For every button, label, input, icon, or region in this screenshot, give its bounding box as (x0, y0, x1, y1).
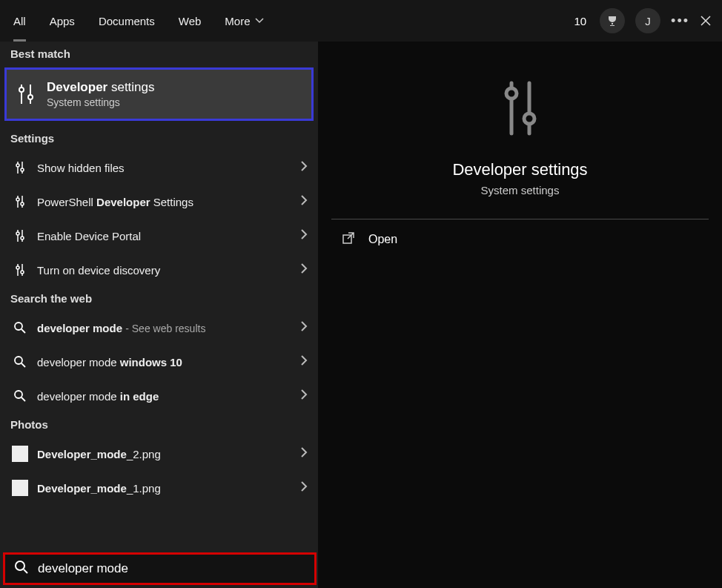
svg-line-27 (24, 569, 27, 573)
result-label: Show hidden files (37, 162, 300, 174)
results-panel: Best match Developer settings System set… (0, 42, 318, 588)
tab-more[interactable]: More (225, 0, 263, 42)
svg-point-24 (15, 391, 22, 398)
result-label: Turn on device discovery (37, 264, 300, 277)
svg-point-11 (21, 202, 24, 205)
svg-point-20 (15, 323, 22, 330)
svg-point-15 (21, 237, 24, 240)
result-label: developer mode windows 10 (37, 356, 300, 369)
best-match-title: Developer settings (47, 80, 155, 95)
chevron-right-icon (300, 161, 308, 174)
chevron-down-icon (255, 16, 264, 25)
section-header-settings: Settings (0, 127, 318, 151)
search-tabs: All Apps Documents Web More 10 J ••• (0, 0, 722, 42)
search-input[interactable] (38, 561, 305, 576)
chevron-right-icon (300, 389, 308, 403)
svg-line-25 (21, 397, 25, 401)
chevron-right-icon (300, 263, 308, 277)
avatar-letter: J (645, 15, 651, 27)
section-header-web: Search the web (0, 287, 318, 311)
search-icon (10, 355, 30, 369)
svg-point-17 (16, 266, 19, 269)
preview-title: Developer settings (331, 160, 709, 179)
settings-result[interactable]: Turn on device discovery (0, 253, 318, 287)
tab-web[interactable]: Web (179, 0, 202, 42)
search-icon (14, 560, 29, 578)
svg-point-31 (524, 113, 534, 124)
sliders-icon (10, 262, 30, 277)
svg-line-23 (21, 363, 25, 367)
preview-panel: Developer settings System settings Open (318, 42, 722, 588)
svg-point-19 (21, 271, 24, 274)
result-label: developer mode - See web results (37, 322, 300, 334)
settings-result[interactable]: Show hidden files (0, 151, 318, 185)
open-action[interactable]: Open (331, 219, 709, 260)
sliders-icon (10, 228, 30, 243)
chevron-right-icon (300, 321, 308, 334)
svg-point-13 (16, 232, 19, 235)
best-match-result[interactable]: Developer settings System settings (4, 67, 314, 121)
web-result[interactable]: developer mode windows 10 (0, 345, 318, 379)
svg-point-7 (21, 168, 24, 171)
open-icon (342, 231, 355, 248)
result-label: Developer_mode_2.png (37, 448, 300, 460)
photo-result[interactable]: Developer_mode_1.png (0, 471, 318, 505)
section-header-photos: Photos (0, 413, 318, 437)
web-result[interactable]: developer mode - See web results (0, 311, 318, 345)
svg-point-22 (15, 357, 22, 364)
sliders-icon (10, 160, 30, 175)
result-label: developer mode in edge (37, 390, 300, 403)
close-icon (700, 15, 712, 27)
account-button[interactable]: J (635, 8, 660, 33)
search-icon (10, 389, 30, 403)
svg-line-21 (21, 329, 25, 333)
svg-point-9 (16, 198, 19, 201)
chevron-right-icon (300, 355, 308, 369)
sliders-icon (498, 77, 543, 142)
result-label: PowerShell Developer Settings (37, 196, 300, 208)
tab-documents[interactable]: Documents (99, 0, 155, 42)
tab-apps[interactable]: Apps (50, 0, 75, 42)
search-box[interactable] (3, 552, 317, 585)
rewards-points: 10 (574, 15, 586, 27)
section-header-best-match: Best match (0, 42, 318, 66)
more-options-button[interactable]: ••• (671, 13, 689, 29)
result-label: Enable Device Portal (37, 230, 300, 242)
image-thumbnail-icon (10, 446, 30, 462)
tab-more-label: More (225, 15, 250, 27)
sliders-icon (16, 82, 36, 107)
svg-point-1 (19, 87, 24, 92)
svg-point-29 (506, 88, 517, 99)
svg-point-26 (16, 561, 24, 570)
trophy-icon (606, 15, 618, 27)
settings-result[interactable]: PowerShell Developer Settings (0, 185, 318, 219)
close-button[interactable] (700, 15, 712, 27)
svg-point-5 (16, 164, 19, 167)
web-result[interactable]: developer mode in edge (0, 379, 318, 413)
photo-result[interactable]: Developer_mode_2.png (0, 437, 318, 471)
preview-subtitle: System settings (331, 184, 709, 196)
chevron-right-icon (300, 481, 308, 495)
chevron-right-icon (300, 195, 308, 208)
best-match-subtitle: System settings (47, 96, 155, 108)
rewards-button[interactable] (600, 8, 625, 33)
open-label: Open (368, 233, 397, 246)
sliders-icon (10, 194, 30, 209)
svg-point-3 (28, 95, 33, 99)
settings-result[interactable]: Enable Device Portal (0, 219, 318, 253)
search-icon (10, 321, 30, 334)
tab-all[interactable]: All (13, 0, 26, 42)
chevron-right-icon (300, 229, 308, 242)
chevron-right-icon (300, 447, 308, 460)
image-thumbnail-icon (10, 480, 30, 496)
result-label: Developer_mode_1.png (37, 482, 300, 495)
